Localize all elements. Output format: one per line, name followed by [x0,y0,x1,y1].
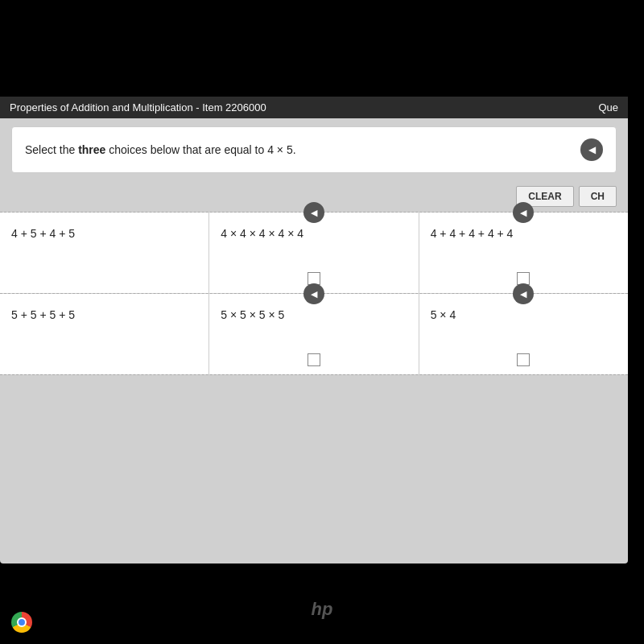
choice-text-1: 4 + 5 + 4 + 5 [11,227,75,240]
choices-row-1: 4 + 5 + 4 + 5 ◀ 4 × 4 × 4 × 4 × 4 ◀ 4 + … [0,212,628,293]
choice-text-3: 4 + 4 + 4 + 4 + 4 [431,227,514,240]
choice-6-audio-button[interactable]: ◀ [513,283,534,304]
title-bar: Properties of Addition and Multiplicatio… [0,97,628,118]
screen: Properties of Addition and Multiplicatio… [0,97,628,564]
choice-cell-4: 5 + 5 + 5 + 5 [0,294,209,374]
choice-cell-5: ◀ 5 × 5 × 5 × 5 [209,294,419,374]
choice-5-audio-button[interactable]: ◀ [303,283,324,304]
choice-cell-2: ◀ 4 × 4 × 4 × 4 × 4 [209,213,419,293]
chrome-icon [11,612,32,633]
choice-cell-3: ◀ 4 + 4 + 4 + 4 + 4 [419,213,628,293]
choice-2-audio-button[interactable]: ◀ [303,202,324,223]
page-title: Properties of Addition and Multiplicatio… [10,101,266,114]
choice-text-2: 4 × 4 × 4 × 4 × 4 [221,227,303,240]
choice-5-checkbox[interactable] [308,353,320,366]
hp-logo: hp [312,599,333,620]
choice-3-audio-button[interactable]: ◀ [513,202,534,223]
choices-grid: 4 + 5 + 4 + 5 ◀ 4 × 4 × 4 × 4 × 4 ◀ 4 + … [0,212,628,375]
choice-text-5: 5 × 5 × 5 × 5 [221,308,284,321]
quiz-label: Que [598,101,618,114]
choice-text-4: 5 + 5 + 5 + 5 [11,308,75,321]
question-text: Select the three choices below that are … [25,143,296,156]
question-box: Select the three choices below that are … [11,126,617,173]
choice-cell-1: 4 + 5 + 4 + 5 [0,213,209,293]
choice-text-6: 5 × 4 [431,308,456,321]
question-audio-button[interactable]: ◀ [580,138,603,161]
choice-6-checkbox[interactable] [517,353,530,366]
choice-cell-6: ◀ 5 × 4 [419,294,628,374]
check-button[interactable]: CH [579,186,617,207]
choices-row-2: 5 + 5 + 5 + 5 ◀ 5 × 5 × 5 × 5 ◀ 5 × 4 [0,293,628,375]
